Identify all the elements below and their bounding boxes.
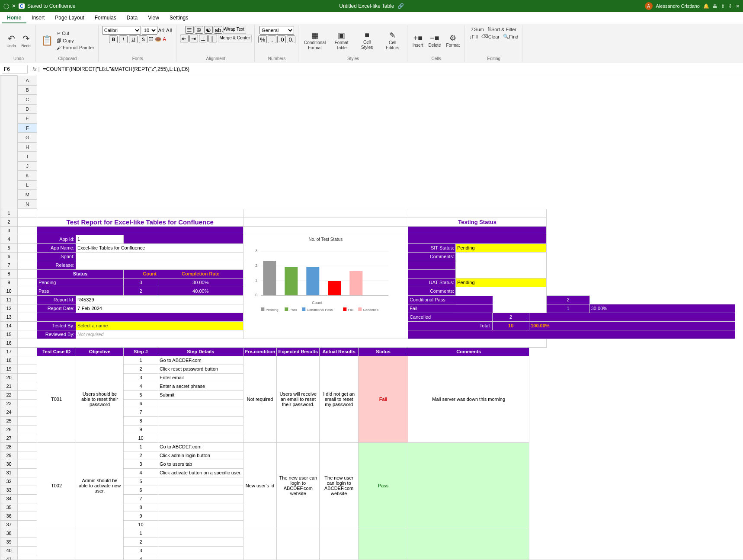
t003-id[interactable]: T003 [37,529,76,560]
decimal-dec-button[interactable]: 0. [287,35,295,43]
sit-status-value[interactable]: Pending [456,243,547,252]
print-icon[interactable]: 🖶 [713,3,717,9]
cell-editors-button[interactable]: ✎ Cell Editors [381,30,404,51]
col-header-l[interactable]: L [18,180,37,190]
clear-button[interactable]: ⌫ Clear [480,33,501,40]
report-id-value[interactable]: R45329 [76,295,243,304]
cell-a1[interactable] [18,209,37,218]
bell-icon[interactable]: 🔔 [703,3,709,9]
delete-button[interactable]: −■ Delete [427,33,443,48]
tab-home[interactable]: Home [2,13,26,23]
status-pending[interactable]: Pending [37,278,124,287]
t003-expected[interactable] [277,529,320,560]
tab-insert[interactable]: Insert [26,13,50,23]
align-center-button[interactable]: ☮ [195,26,203,34]
insert-button[interactable]: +■ insert [411,33,425,48]
tab-settings[interactable]: Settings [164,13,193,23]
col-header-n[interactable]: N [18,199,37,209]
indent-dec-button[interactable]: ⇤ [180,35,189,42]
t002-objective[interactable]: Admin should be able to activate new use… [76,442,124,529]
paste-button[interactable]: 📋 [39,34,54,47]
tab-formulas[interactable]: Formulas [90,13,122,23]
status-cancelled[interactable]: Cancelled [408,313,493,321]
col-header-b[interactable]: B [18,85,37,95]
count-pass[interactable]: 2 [124,287,158,295]
sit-comments-value[interactable] [456,252,547,278]
tab-view[interactable]: View [143,13,164,23]
t001-id[interactable]: T001 [37,356,76,442]
bold-button[interactable]: B [109,35,118,43]
sprint-label[interactable]: Sprint: [37,252,76,261]
app-name-label[interactable]: App Name: [37,243,76,252]
col-header-i[interactable]: I [18,152,37,161]
status-cpass[interactable]: Conditional Pass [408,295,493,304]
fill-button[interactable]: ↓ Fill [468,33,479,40]
font-size-select[interactable]: 10 [142,26,157,35]
tested-by-value[interactable]: Select a name [76,321,243,330]
col-header-d[interactable]: D [18,104,37,114]
font-color-button[interactable]: A [163,36,166,42]
release-label[interactable]: Release: [37,261,76,269]
increase-font-button[interactable]: A⇧ [158,28,165,33]
t002-comments[interactable] [408,442,529,529]
testing-status-cell[interactable]: Testing Status [408,218,547,226]
rate-pass[interactable]: 40.00% [158,287,243,295]
format-button[interactable]: ⚙ Format [444,32,461,48]
t003-actual[interactable] [320,529,359,560]
release-value[interactable] [76,261,243,269]
count-cancelled[interactable]: 2 [493,313,529,321]
undo-button[interactable]: ↶ Undo [4,32,18,49]
count-cpass[interactable]: 2 [547,295,590,304]
count-fail[interactable]: 1 [547,304,590,313]
col-header-m[interactable]: M [18,190,37,199]
reviewed-by-value[interactable]: Not required [76,330,243,339]
formula-input[interactable]: =COUNTIF(INDIRECT("L8:L"&MATCH(REPT("z",… [42,66,741,72]
close-icon[interactable]: ✕ [12,3,16,9]
rate-fail[interactable]: 30.00% [589,304,735,313]
status-pass[interactable]: Pass [37,287,124,295]
app-name-value[interactable]: Excel-like Tables for Confluence [76,243,243,252]
app-id-value[interactable]: 1 [76,235,124,243]
t001-precondition[interactable]: Not required [243,356,277,442]
decrease-font-button[interactable]: A⇩ [166,28,173,33]
align-left-button[interactable]: ☰ [185,26,194,34]
merge-center-button[interactable]: Merge & Center [218,35,252,42]
align-middle-button[interactable]: ∥ [208,35,217,42]
t001-comments[interactable]: Mail server was down this morning [408,356,529,442]
t001-actual[interactable]: I did not get an email to reset my passw… [320,356,359,442]
number-format-select[interactable]: General [259,26,294,35]
percent-button[interactable]: % [258,35,267,43]
window-close-icon[interactable]: ✕ [736,3,740,9]
decimal-inc-button[interactable]: .0 [277,35,286,43]
col-header-k[interactable]: K [18,171,37,180]
format-painter-button[interactable]: 🖌 Format Painter [55,45,96,51]
find-button[interactable]: 🔍 Find [502,33,519,40]
italic-button[interactable]: I [119,35,128,43]
format-table-button[interactable]: ▣ Format Table [330,30,353,51]
col-header-f[interactable]: F [18,123,37,133]
col-header-e[interactable]: E [18,114,37,123]
download-icon[interactable]: ⇩ [728,3,732,9]
redo-button[interactable]: ↷ Redo [19,32,33,49]
app-id-label[interactable]: App Id: [37,235,76,243]
col-header-a[interactable]: A [18,76,37,85]
align-top-button[interactable]: ⊥ [199,35,208,42]
tab-page-layout[interactable]: Page Layout [50,13,89,23]
cell-styles-button[interactable]: ■ Cell Styles [355,30,379,51]
col-header-g[interactable]: G [18,133,37,142]
cell-g1[interactable] [243,209,408,218]
conditional-format-button[interactable]: ▦ Conditional Format [302,30,328,51]
orient-button[interactable]: ab↗ [214,26,222,34]
minimize-icon[interactable]: ◯ [3,3,9,9]
col-header-h[interactable]: H [18,142,37,152]
t002-actual[interactable]: The new user can login to ABCDEF.com web… [320,442,359,529]
copy-button[interactable]: 🗐 Copy [55,38,96,44]
sum-button[interactable]: Σ Sum [470,26,485,32]
t002-precondition[interactable]: New user's Id [243,442,277,529]
t001-expected[interactable]: Users will receive an email to reset the… [277,356,320,442]
underline-button[interactable]: U [129,35,138,43]
wrap-text-button[interactable]: Wrap Text [223,26,246,34]
cell-g2[interactable] [243,218,408,226]
uat-status-value[interactable]: Pending [456,278,547,287]
t003-objective[interactable] [76,529,124,560]
